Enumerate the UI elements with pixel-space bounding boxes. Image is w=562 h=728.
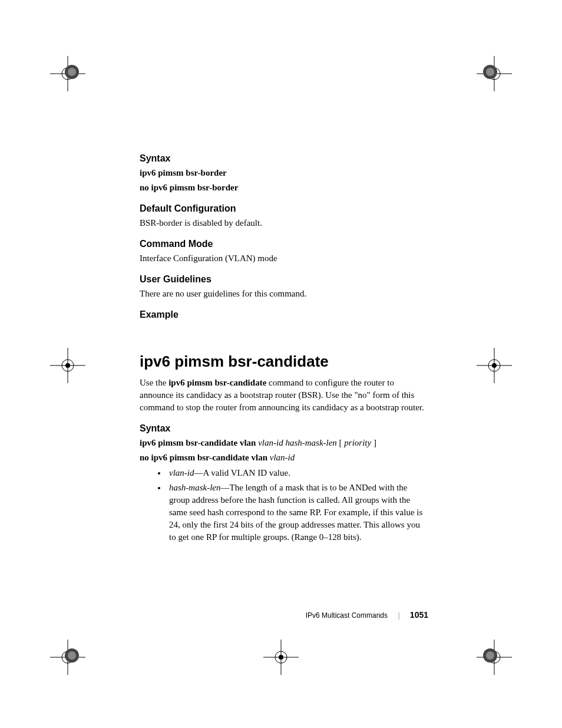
page-content: Syntax ipv6 pimsm bsr-border no ipv6 pim…: [140, 153, 428, 546]
svg-point-35: [486, 651, 494, 660]
svg-point-33: [68, 651, 76, 660]
syntax-heading: Syntax: [140, 153, 428, 164]
page-number: 1051: [410, 610, 428, 620]
crop-mark-icon: [263, 640, 299, 675]
footer-separator: |: [398, 611, 399, 620]
command-intro: Use the ipv6 pimsm bsr-candidate command…: [140, 377, 428, 414]
registration-dot-icon: [64, 647, 80, 664]
svg-point-15: [492, 363, 497, 368]
registration-dot-icon: [482, 64, 498, 80]
list-item: hash-mask-len—The length of a mask that …: [167, 482, 428, 543]
crop-mark-icon: [477, 348, 512, 383]
command-mode-heading: Command Mode: [140, 239, 428, 249]
syntax-line-2: no ipv6 pimsm bsr-border: [140, 182, 428, 194]
syntax-heading-2: Syntax: [140, 423, 428, 434]
syntax2-line-1: ipv6 pimsm bsr-candidate vlan vlan-id ha…: [140, 437, 428, 449]
svg-point-11: [65, 363, 70, 368]
syntax2-line-2: no ipv6 pimsm bsr-candidate vlan vlan-id: [140, 452, 428, 464]
svg-point-29: [68, 68, 76, 76]
registration-dot-icon: [64, 64, 80, 80]
default-config-text: BSR-border is disabled by default.: [140, 217, 428, 229]
list-item: vlan-id—A valid VLAN ID value.: [167, 467, 428, 479]
user-guidelines-text: There are no user guidelines for this co…: [140, 288, 428, 300]
parameter-list: vlan-id—A valid VLAN ID value. hash-mask…: [167, 467, 428, 543]
example-heading: Example: [140, 309, 428, 320]
default-config-heading: Default Configuration: [140, 203, 428, 214]
user-guidelines-heading: User Guidelines: [140, 274, 428, 285]
svg-point-19: [279, 655, 283, 660]
chapter-name: IPv6 Multicast Commands: [306, 611, 388, 620]
svg-point-31: [486, 68, 494, 76]
syntax-line-1: ipv6 pimsm bsr-border: [140, 167, 428, 179]
command-mode-text: Interface Configuration (VLAN) mode: [140, 252, 428, 265]
registration-dot-icon: [482, 647, 498, 664]
command-title: ipv6 pimsm bsr-candidate: [140, 353, 428, 371]
crop-mark-icon: [50, 348, 85, 383]
page-footer: IPv6 Multicast Commands | 1051: [140, 610, 428, 620]
